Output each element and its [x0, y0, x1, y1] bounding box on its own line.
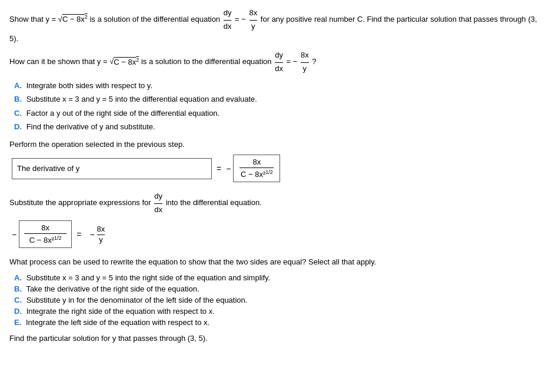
option-q1-c-letter: C. [14, 109, 22, 118]
option-q1-b-text: Substitute x = 3 and y = 5 into the diff… [26, 95, 257, 103]
option-q1-b-letter: B. [14, 95, 22, 103]
options-q2: A. Substitute x = 3 and y = 5 into the r… [14, 273, 540, 327]
option-q2-e-text: Integrate the left side of the equation … [26, 318, 209, 327]
dy-dx-q1: dy dx [275, 49, 283, 75]
particular-solution: Find the particular solution for y that … [9, 333, 540, 344]
option-q2-b-letter: B. [14, 284, 22, 293]
lhs-numerator: 8x [24, 223, 66, 234]
lhs-fraction-box: 8x C − 8x²1/2 [19, 220, 72, 247]
option-q2-d: D. Integrate the right side of the equat… [14, 307, 540, 316]
option-q1-c: C. Factor a y out of the right side of t… [14, 108, 540, 119]
derivative-input[interactable] [12, 158, 212, 179]
rhs-denominator: y [99, 235, 103, 244]
dy-dx-header: dy dx [224, 7, 232, 33]
option-q1-d-letter: D. [14, 122, 22, 131]
option-q2-b: B. Take the derivative of the right side… [14, 284, 540, 293]
show-text: Show that y = [9, 15, 58, 24]
what-process-label: What process can be used to rewrite the … [9, 256, 540, 269]
minus-sign: − [226, 164, 231, 173]
substitute-label: Substitute the appropriate expressions f… [9, 190, 540, 216]
rhs-minus: − [89, 230, 94, 239]
option-q2-c-text: Substitute y in for the denominator of t… [26, 296, 248, 304]
option-q1-a: A. Integrate both sides with respect to … [14, 80, 540, 92]
rhs-expression: − 8x y [89, 225, 105, 244]
rhs-fraction: 8x y [97, 225, 105, 244]
option-q1-a-letter: A. [14, 81, 22, 90]
8x-y-q1: 8x y [301, 49, 309, 75]
option-q2-a: A. Substitute x = 3 and y = 5 into the r… [14, 273, 540, 282]
option-q1-d: D. Find the derivative of y and substitu… [14, 121, 540, 133]
option-q2-c-letter: C. [14, 296, 22, 304]
option-q2-b-text: Take the derivative of the right side of… [26, 284, 199, 293]
lhs-denominator: C − 8x²1/2 [29, 235, 62, 244]
option-q2-e: E. Integrate the left side of the equati… [14, 318, 540, 327]
q1-text: How can it be shown that y = √C − 8x2 is… [9, 49, 540, 75]
option-q1-a-text: Integrate both sides with respect to y. [26, 81, 152, 90]
options-q1: A. Integrate both sides with respect to … [14, 80, 540, 133]
option-q2-c: C. Substitute y in for the denominator o… [14, 296, 540, 304]
lhs-minus: − [12, 230, 16, 239]
fraction-answer-box: 8x C − 8x²1/2 [233, 155, 280, 182]
option-q2-a-text: Substitute x = 3 and y = 5 into the righ… [26, 273, 271, 282]
fraction-denominator: C − 8x²1/2 [241, 169, 273, 179]
option-q1-c-text: Factor a y out of the right side of the … [26, 109, 220, 118]
option-q2-d-text: Integrate the right side of the equation… [26, 307, 215, 316]
rhs-numerator: 8x [97, 225, 105, 235]
eq-equals: = [76, 230, 81, 239]
answer-box: = − 8x C − 8x²1/2 [12, 155, 540, 182]
option-q2-d-letter: D. [14, 307, 22, 316]
equation-display: − 8x C − 8x²1/2 = − 8x y [12, 220, 540, 247]
header-statement: Show that y = √C − 8x2 is a solution of … [9, 7, 540, 45]
question1: How can it be shown that y = √C − 8x2 is… [9, 49, 540, 133]
dy-dx-substitute: dy dx [154, 190, 162, 216]
equals-sign: = [217, 164, 221, 173]
option-q2-a-letter: A. [14, 273, 22, 282]
fraction-numerator: 8x [239, 158, 274, 168]
perform-label: Perform the operation selected in the pr… [9, 139, 540, 150]
option-q1-b: B. Substitute x = 3 and y = 5 into the d… [14, 93, 540, 105]
8x-y-header: 8x y [249, 7, 258, 33]
option-q2-e-letter: E. [14, 318, 21, 327]
option-q1-d-text: Find the derivative of y and substitute. [26, 122, 155, 131]
